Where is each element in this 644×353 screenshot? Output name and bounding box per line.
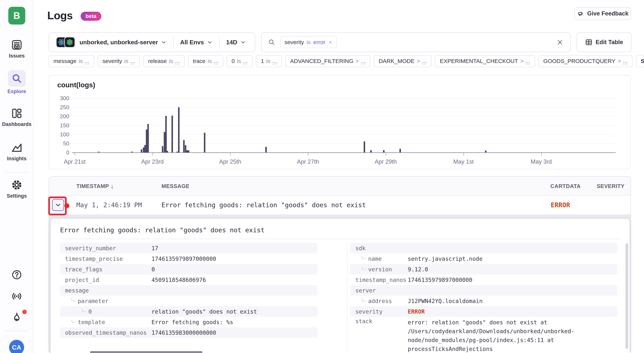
x-tick-label: Apr 25th (219, 158, 241, 165)
token-value: error (313, 39, 325, 46)
quick-filter-chip-trace[interactable]: traceis... (188, 55, 223, 67)
quick-filter-chip-DARK_MODE[interactable]: DARK_MODE>... (374, 55, 432, 67)
tree-connector (72, 298, 76, 301)
tree-connector (72, 319, 76, 322)
detail-left-column: severity_number17timestamp_precise174613… (60, 243, 318, 338)
logs-chart-panel: count(logs) 050100150200250300Apr 21stAp… (48, 75, 631, 169)
detail-key: name (350, 255, 408, 262)
detail-right-row-severity: severityERROR (350, 306, 618, 317)
sidebar-item-explore[interactable]: Explore (0, 70, 34, 95)
detail-key: 0 (60, 308, 152, 315)
search-bar[interactable]: severity is error (261, 33, 570, 52)
quick-filter-chip-severity[interactable]: severityis... (98, 55, 140, 67)
x-tick-mark (230, 153, 230, 156)
logs-page: B Issues Explore Dashboards Insights (0, 0, 644, 353)
table-row[interactable]: May 1, 2:46:19 PM Error fetching goods: … (49, 196, 630, 214)
y-tick-label: 250 (52, 104, 69, 111)
detail-left-row-observed_timestamp_nanos: observed_timestamp_nanos1746135983000000… (60, 327, 318, 338)
token-remove-icon[interactable] (328, 40, 333, 45)
detail-right-row-timestamp_nanos: timestamp_nanos1746135979897000000 (350, 274, 618, 285)
detail-left-row-template: templateError fetching goods: %s (60, 317, 318, 327)
quick-filter-chip-0[interactable]: 0is... (227, 55, 252, 67)
detail-key: severity_number (60, 245, 152, 251)
quick-filter-chip-GOODS_PRODUCTQUERY[interactable]: GOODS_PRODUCTQUERY>... (538, 55, 632, 67)
column-header-cartdata[interactable]: CARTDATA (550, 177, 581, 196)
column-header-severity[interactable]: SEVERITY (597, 177, 624, 196)
search-icon (268, 39, 276, 46)
detail-key: server (350, 287, 408, 294)
x-tick-mark (464, 153, 464, 156)
detail-key: timestamp_nanos (350, 277, 408, 283)
detail-right-row-sdk: sdk (350, 243, 618, 253)
chart-bar (185, 145, 186, 152)
detail-right-row-name: namesentry.javascript.node (350, 253, 618, 264)
quick-filter-chip-message[interactable]: messageis... (48, 55, 94, 67)
y-tick-label: 100 (52, 131, 69, 138)
date-range-selector[interactable]: 14D (226, 39, 246, 46)
megaphone-icon (577, 10, 584, 17)
filter-divider (173, 36, 174, 49)
chart-bar (172, 116, 173, 152)
detail-key: message (60, 287, 152, 294)
edit-table-button[interactable]: Edit Table (576, 33, 632, 52)
detail-value: 17 (152, 245, 158, 251)
column-header-message[interactable]: MESSAGE (162, 177, 190, 196)
filter-divider (219, 36, 220, 49)
help-icon[interactable] (10, 268, 23, 281)
chart-bar (188, 150, 189, 152)
horizontal-scrollbar[interactable] (90, 351, 202, 353)
gridline (72, 134, 616, 135)
beta-badge: beta (81, 12, 101, 21)
detail-value: 4509118548606976 (152, 277, 206, 283)
gridline (72, 143, 616, 144)
search-token-severity[interactable]: severity is error (280, 36, 337, 48)
org-logo[interactable]: B (8, 7, 25, 25)
chart-bar (162, 146, 163, 152)
quick-filter-chip-release[interactable]: releaseis... (143, 55, 184, 67)
quick-filter-chip-ADVANCED_FILTERING[interactable]: ADVANCED_FILTERING>... (285, 55, 370, 67)
detail-left-row-0: 0relation "goods" does not exist (60, 306, 318, 317)
vertical-scrollbar[interactable] (626, 243, 628, 349)
detail-right-row-stack: stackerror: relation "goods" does not ex… (350, 317, 618, 353)
quick-filter-chip-EXPERIMENTAL_CHECKOUT[interactable]: EXPERIMENTAL_CHECKOUT>... (435, 55, 535, 67)
detail-key: trace_flags (60, 266, 152, 273)
chart-bar (165, 116, 167, 152)
gridline (72, 125, 616, 126)
see-full-list-button[interactable]: See full list (636, 55, 644, 67)
detail-right-row-address: addressJ12PWN42YQ.localdomain (350, 296, 618, 306)
avatar[interactable]: CA (9, 340, 24, 353)
quick-filter-chip-1[interactable]: 1is... (256, 55, 282, 67)
detail-left-row-trace_flags: trace_flags0 (60, 264, 318, 274)
chart-bar (485, 150, 486, 152)
chart-bar (131, 152, 133, 152)
chevron-down-icon (206, 39, 213, 46)
column-header-timestamp[interactable]: TIMESTAMP ↓ (76, 177, 114, 196)
clear-search-icon[interactable] (556, 39, 564, 46)
sidebar-item-dashboards[interactable]: Dashboards (0, 107, 34, 127)
detail-value: 9.12.0 (408, 266, 428, 273)
sidebar-item-label: Insights (7, 156, 26, 162)
sidebar-item-issues[interactable]: Issues (0, 39, 34, 59)
give-feedback-button[interactable]: Give Feedback (574, 7, 631, 20)
issues-icon (10, 39, 23, 51)
detail-key: project_id (60, 277, 152, 283)
whats-new-flame-icon[interactable] (10, 311, 23, 323)
node-platform-icon (65, 37, 74, 47)
sidebar-item-insights[interactable]: Insights (0, 141, 34, 162)
environment-selector[interactable]: All Envs (180, 39, 213, 46)
detail-value: sentry.javascript.node (408, 255, 482, 262)
sidebar-item-label: Explore (7, 89, 26, 95)
y-tick-label: 0 (52, 149, 69, 156)
sidebar-item-label: Settings (7, 193, 27, 199)
annotation-dot (64, 203, 69, 208)
project-selector[interactable]: unborked, unborked-server (80, 39, 167, 46)
detail-left-row-message: message (60, 285, 318, 296)
broadcast-icon[interactable] (10, 290, 23, 302)
chart-bar (265, 147, 267, 152)
chart-bar (141, 149, 142, 152)
chart-bar (370, 150, 372, 152)
x-tick-mark (541, 153, 542, 156)
detail-left-row-severity_number: severity_number17 (60, 243, 318, 253)
log-detail-card: Error fetching goods: relation "goods" d… (50, 218, 630, 353)
sidebar-item-settings[interactable]: Settings (0, 179, 34, 199)
